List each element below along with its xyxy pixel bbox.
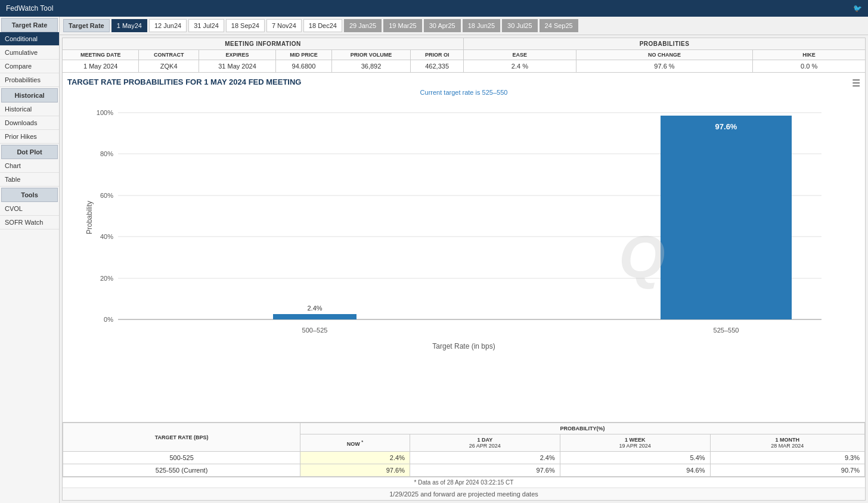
col-expires: EXPIRES (199, 50, 275, 60)
bar-chart-svg: 100% 80% 60% 40% 20% 0% Probability (67, 98, 860, 361)
cell-expires: 31 May 2024 (199, 60, 275, 73)
sidebar-item-cvol[interactable]: CVOL (0, 202, 59, 216)
meeting-info: MEETING INFORMATION MEETING DATE CONTRAC… (63, 38, 865, 73)
bar-525-550 (661, 116, 792, 319)
cell-no-change: 97.6 % (576, 60, 753, 73)
tab-24sep25[interactable]: 24 Sep25 (540, 19, 578, 32)
bar-500-525 (273, 314, 356, 319)
cell-now-525-550: 97.6% (300, 464, 410, 477)
svg-text:97.6%: 97.6% (715, 122, 737, 131)
th-probability: PROBABILITY(%) (300, 423, 865, 434)
tab-18dec24[interactable]: 18 Dec24 (303, 19, 342, 32)
top-bar: FedWatch Tool 🐦 (0, 0, 868, 17)
sidebar-item-sofr-watch[interactable]: SOFR Watch (0, 216, 59, 229)
main-panel: MEETING INFORMATION MEETING DATE CONTRAC… (62, 38, 866, 501)
target-rate-label[interactable]: Target Rate (63, 19, 110, 32)
th-target-rate: TARGET RATE (BPS) (63, 423, 300, 452)
meeting-info-header: MEETING INFORMATION (63, 38, 463, 50)
svg-text:Q: Q (619, 223, 665, 290)
tools-btn[interactable]: Tools (1, 188, 58, 202)
sidebar-item-downloads[interactable]: Downloads (0, 116, 59, 130)
table-row-500-525: 500-525 2.4% 2.4% 5.4% 9.3% (63, 452, 865, 464)
historical-btn[interactable]: Historical (1, 88, 58, 103)
tab-29jan25[interactable]: 29 Jan25 (344, 19, 382, 32)
cell-1month-500-525: 9.3% (710, 452, 864, 464)
prob-table-section: TARGET RATE (BPS) PROBABILITY(%) NOW * 1… (63, 422, 865, 488)
probabilities-header: PROBABILITIES (464, 38, 865, 50)
tab-12jun24[interactable]: 12 Jun24 (149, 19, 187, 32)
date-tabs: Target Rate 1 May24 12 Jun24 31 Jul24 18… (60, 17, 868, 35)
svg-text:60%: 60% (100, 192, 113, 199)
sidebar-item-conditional[interactable]: Conditional (0, 32, 59, 46)
svg-text:100%: 100% (97, 109, 113, 116)
col-contract: CONTRACT (139, 50, 199, 60)
bottom-note: 1/29/2025 and forward are projected meet… (63, 488, 865, 500)
sidebar-item-cumulative[interactable]: Cumulative (0, 46, 59, 60)
th-1month: 1 MONTH28 MAR 2024 (710, 434, 864, 452)
col-ease: EASE (464, 50, 576, 60)
cell-prior-volume: 36,892 (331, 60, 410, 73)
cell-rate-525-550: 525-550 (Current) (63, 464, 300, 477)
cell-mid-price: 94.6800 (276, 60, 332, 73)
th-now: NOW * (300, 434, 410, 452)
cell-ease: 2.4 % (464, 60, 576, 73)
tab-7nov24[interactable]: 7 Nov24 (266, 19, 302, 32)
cell-1month-525-550: 90.7% (710, 464, 864, 477)
svg-text:20%: 20% (100, 275, 113, 282)
menu-icon[interactable]: ☰ (852, 77, 860, 89)
sidebar-item-probabilities[interactable]: Probabilities (0, 73, 59, 87)
cell-rate-500-525: 500-525 (63, 452, 300, 464)
svg-text:500–525: 500–525 (302, 327, 328, 334)
svg-text:2.4%: 2.4% (307, 305, 322, 312)
target-rate-btn[interactable]: Target Rate (1, 18, 58, 32)
tab-30apr25[interactable]: 30 Apr25 (424, 19, 461, 32)
chart-subtitle: Current target rate is 525–550 (67, 89, 860, 96)
svg-text:Probability: Probability (85, 201, 94, 234)
prob-table: TARGET RATE (BPS) PROBABILITY(%) NOW * 1… (63, 423, 865, 477)
svg-text:40%: 40% (100, 233, 113, 240)
meeting-info-row: 1 May 2024 ZQK4 31 May 2024 94.6800 36,8… (63, 60, 463, 73)
tab-18sep24[interactable]: 18 Sep24 (226, 19, 265, 32)
cell-1day-525-550: 97.6% (410, 464, 560, 477)
sidebar-item-prior-hikes[interactable]: Prior Hikes (0, 130, 59, 144)
cell-prior-oi: 462,335 (411, 60, 463, 73)
probabilities-table: EASE NO CHANGE HIKE 2.4 % 97.6 % 0.0 % (464, 50, 865, 72)
footnote: * Data as of 28 Apr 2024 03:22:15 CT (63, 477, 865, 488)
th-1day: 1 DAY26 APR 2024 (410, 434, 560, 452)
sidebar: Target Rate Conditional Cumulative Compa… (0, 17, 60, 503)
tab-18jun25[interactable]: 18 Jun25 (463, 19, 500, 32)
content: Target Rate 1 May24 12 Jun24 31 Jul24 18… (60, 17, 868, 503)
table-row-525-550: 525-550 (Current) 97.6% 97.6% 94.6% 90.7… (63, 464, 865, 477)
tab-1may24[interactable]: 1 May24 (111, 19, 147, 32)
tab-19mar25[interactable]: 19 Mar25 (383, 19, 421, 32)
tab-30jul25[interactable]: 30 Jul25 (502, 19, 538, 32)
cell-1day-500-525: 2.4% (410, 452, 560, 464)
twitter-icon[interactable]: 🐦 (853, 4, 862, 13)
col-prior-volume: PRIOR VOLUME (331, 50, 410, 60)
th-1week: 1 WEEK19 APR 2024 (560, 434, 710, 452)
chart-section: TARGET RATE PROBABILITIES FOR 1 MAY 2024… (63, 73, 865, 422)
cell-1week-525-550: 94.6% (560, 464, 710, 477)
sidebar-item-chart[interactable]: Chart (0, 159, 59, 173)
svg-text:525–550: 525–550 (714, 327, 739, 334)
svg-text:Target Rate (in bps): Target Rate (in bps) (432, 342, 495, 350)
app-title: FedWatch Tool (6, 4, 53, 13)
col-mid-price: MID PRICE (276, 50, 332, 60)
dot-plot-btn[interactable]: Dot Plot (1, 145, 58, 159)
cell-meeting-date: 1 May 2024 (63, 60, 139, 73)
svg-text:0%: 0% (104, 316, 113, 323)
col-hike: HIKE (753, 50, 865, 60)
sidebar-item-historical[interactable]: Historical (0, 103, 59, 116)
cell-contract: ZQK4 (139, 60, 199, 73)
svg-text:80%: 80% (100, 150, 113, 157)
chart-title: TARGET RATE PROBABILITIES FOR 1 MAY 2024… (67, 77, 860, 86)
tab-31jul24[interactable]: 31 Jul24 (188, 19, 224, 32)
cell-hike: 0.0 % (753, 60, 865, 73)
cell-now-500-525: 2.4% (300, 452, 410, 464)
meeting-info-table: MEETING DATE CONTRACT EXPIRES MID PRICE … (63, 50, 463, 72)
cell-1week-500-525: 5.4% (560, 452, 710, 464)
col-no-change: NO CHANGE (576, 50, 753, 60)
sidebar-item-compare[interactable]: Compare (0, 60, 59, 73)
sidebar-item-table[interactable]: Table (0, 173, 59, 187)
col-meeting-date: MEETING DATE (63, 50, 139, 60)
